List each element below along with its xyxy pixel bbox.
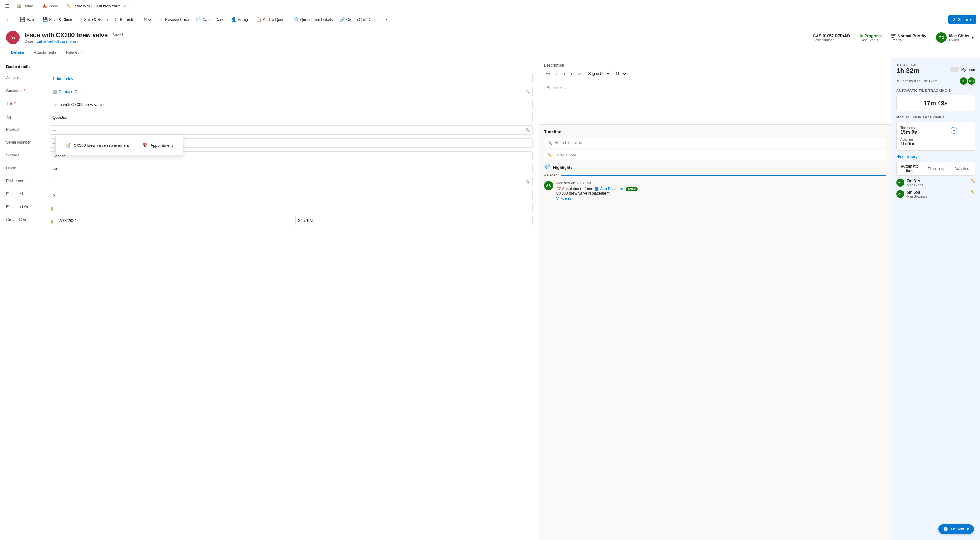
owner-section[interactable]: MG Mae Gibbs Owner ▾ — [936, 32, 974, 43]
undo-button[interactable]: ↩ — [554, 70, 560, 77]
entitlement-search-icon[interactable]: 🔍 — [525, 180, 530, 184]
edit-icon: ✏️ — [67, 4, 72, 8]
more-options-button[interactable]: ⋯ — [382, 15, 391, 24]
refresh-icon: ↻ — [896, 79, 899, 83]
title-input[interactable]: Issue with CX300 brew valve — [50, 100, 533, 109]
manual-tracking-info-icon[interactable]: ℹ — [943, 115, 945, 119]
product-search-icon[interactable]: 🔍 — [525, 128, 530, 132]
cancel-icon: 📄 — [196, 17, 201, 22]
toggle-switch[interactable] — [950, 67, 959, 72]
entry-content: Modified on: 3:37 PM 📅 Appointment from:… — [556, 181, 886, 201]
calendar-icon: 📅 — [143, 143, 148, 148]
timeline-search-input[interactable] — [555, 140, 883, 145]
timeline-section: Timeline 🔍 ✏️ Enter a note... 💎 Highligh… — [539, 124, 891, 540]
hide-history-link[interactable]: Hide history — [896, 155, 975, 159]
refreshed-text: ↻ Refreshed at 3:38:35 pm AB MG — [896, 77, 975, 85]
assign-icon: 👤 — [231, 17, 236, 22]
entitlement-input[interactable]: --- 🔍 — [50, 177, 533, 186]
history-tab-activities[interactable]: Activities — [949, 162, 975, 175]
tab-attachments[interactable]: Attachments — [29, 47, 61, 58]
save-button[interactable]: 💾 Save — [17, 15, 39, 24]
nav-tab-inbox[interactable]: 📥 Inbox — [38, 2, 62, 10]
font-family-select[interactable]: Segoe UI — [585, 70, 611, 77]
redo-chevron-button[interactable]: ▾ — [569, 70, 574, 77]
nav-tab-home[interactable]: 🏠 Home — [13, 2, 37, 10]
create-child-case-button[interactable]: 🔗 Create Child Case — [336, 15, 380, 24]
type-field-row: Type Question — [6, 113, 533, 122]
hamburger-menu[interactable]: ☰ — [2, 2, 12, 10]
escalated-input[interactable]: No — [50, 190, 533, 199]
highlights-icon: 💎 — [544, 164, 551, 170]
history-tab-logs[interactable]: Time logs — [923, 162, 949, 175]
time-logs-item: Time logs 15m 0s — [900, 126, 935, 135]
tab-related[interactable]: Related ▾ — [61, 47, 88, 58]
add-circle-icon[interactable]: + — [951, 127, 957, 134]
highlight-button[interactable]: 🖊 — [576, 70, 584, 77]
note-input-bar[interactable]: ✏️ Enter a note... — [544, 150, 886, 160]
activities-value[interactable]: 1 due today — [50, 74, 533, 83]
queue-item-details-button[interactable]: 🗒️ Queue Item Details — [290, 15, 336, 24]
history-details-mg: 7m 31s Mae Gibbs — [907, 178, 968, 187]
tab-close-icon[interactable]: ✕ — [124, 5, 126, 8]
tab-details[interactable]: Details — [6, 47, 29, 58]
entitlement-label: Entitlement — [6, 177, 46, 183]
font-options-button[interactable]: A▾ — [544, 70, 552, 77]
timeline-search-bar[interactable]: 🔍 — [544, 138, 886, 147]
float-time-button[interactable]: 🕐 1h 32m ▾ — [938, 524, 974, 534]
origin-input[interactable]: Web — [50, 164, 533, 174]
queue-details-icon: 🗒️ — [293, 17, 298, 22]
dropdown-item-1[interactable]: 📝 CX300 brew valve replacement — [60, 140, 134, 150]
assign-button[interactable]: 👤 Assign — [228, 15, 253, 24]
add-to-queue-button[interactable]: 📋 Add to Queue — [253, 15, 290, 24]
dropdown-item-2[interactable]: 📅 Appointment — [138, 140, 178, 150]
recent-toggle[interactable]: ▾ Recent — [544, 173, 559, 177]
command-bar: ← 💾 Save 💾 Save & Close ↗ Save & Route ↻… — [0, 12, 980, 27]
manual-tracking-section: MANUAL TIME TRACKING ℹ Time logs 15m 0s … — [896, 115, 975, 151]
back-button[interactable]: ← — [4, 15, 13, 24]
activities-dropdown: 📝 CX300 brew valve replacement 📅 Appoint… — [55, 135, 183, 155]
resolve-icon: 📄 — [158, 17, 164, 22]
edit-ab-icon[interactable]: ✏️ — [970, 190, 975, 194]
save-close-button[interactable]: 💾 Save & Close — [39, 15, 75, 24]
history-tabs: Automatic time Time logs Activities — [896, 162, 975, 175]
refresh-button[interactable]: ↻ Refresh — [111, 15, 136, 24]
new-button[interactable]: + New — [137, 15, 154, 24]
title-field-row: Title * Issue with CX300 brew valve — [6, 100, 533, 109]
view-more-link[interactable]: View more — [556, 197, 886, 201]
nav-tab-case[interactable]: ✏️ Issue with CX300 brew valve ✕ — [63, 2, 130, 10]
my-time-toggle[interactable]: My Time — [950, 67, 975, 72]
history-tab-auto[interactable]: Automatic time — [897, 162, 923, 175]
product-input[interactable]: --- 🔍 — [50, 126, 533, 135]
edit-mg-icon[interactable]: ✏️ — [970, 178, 975, 183]
escalated-on-input[interactable] — [56, 203, 533, 212]
save-icon: 💾 — [20, 17, 25, 22]
created-on-date[interactable]: 7/23/2024 — [56, 216, 293, 225]
share-button[interactable]: ↗ Share ▾ — [948, 15, 976, 24]
resolve-case-button[interactable]: 📄 Resolve Case — [155, 15, 192, 24]
cancel-case-button[interactable]: 📄 Cancel Case — [192, 15, 228, 24]
customer-search-icon[interactable]: 🔍 — [525, 89, 530, 94]
type-label: Type — [6, 113, 46, 119]
chevron-down-icon: ▾ — [544, 173, 546, 177]
font-size-select[interactable]: 11 — [612, 70, 627, 77]
form-selector[interactable]: Enhanced full case form ▾ — [37, 39, 79, 43]
description-toolbar: A▾ ↩ ▾ ▾ 🖊 Segoe UI 11 — [544, 70, 886, 80]
description-section: Description A▾ ↩ ▾ ▾ 🖊 Segoe UI 11 Enter… — [539, 58, 891, 124]
priority-icon — [891, 34, 896, 38]
entry-person-link[interactable]: Ana Bowman — [600, 187, 623, 191]
time-tracking-panel: Total time 1h 32m My Time ↻ Refreshed at… — [891, 58, 980, 540]
undo-chevron-button[interactable]: ▾ — [562, 70, 568, 77]
recent-divider: ▾ Recent — [544, 173, 886, 177]
created-on-time[interactable]: 3:27 PM — [295, 216, 533, 225]
type-input[interactable]: Question — [50, 113, 533, 122]
auto-tracking-info-icon[interactable]: ℹ — [949, 88, 951, 92]
refresh-icon: ↻ — [115, 17, 118, 22]
owner-avatar: MG — [936, 32, 947, 43]
product-label: Product — [6, 126, 46, 132]
save-route-button[interactable]: ↗ Save & Route — [76, 15, 111, 24]
share-chevron-icon: ▾ — [970, 17, 972, 22]
customer-input[interactable]: 🏢Contoso C... 🔍 — [50, 87, 533, 96]
add-time-log-button[interactable]: + — [937, 126, 971, 135]
description-editor[interactable]: Enter text... — [544, 83, 886, 119]
history-entry-ab: AB 5m 55s Ana Bowman ✏️ — [896, 190, 975, 198]
